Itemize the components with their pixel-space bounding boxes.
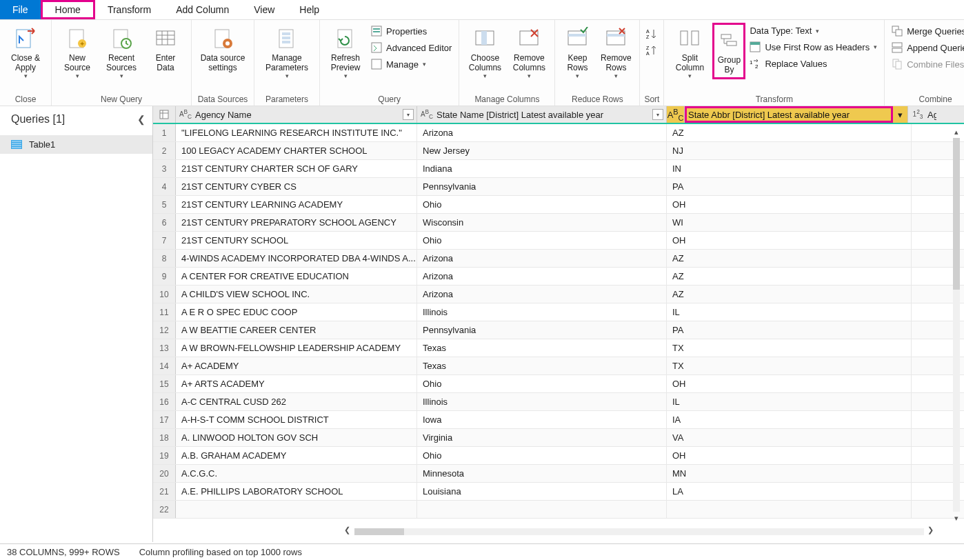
table-row[interactable]: 12A W BEATTIE CAREER CENTERPennsylvaniaP… (153, 321, 964, 339)
remove-columns-icon (517, 27, 541, 50)
data-type-button[interactable]: Data Type: Text (747, 24, 880, 37)
scroll-left-icon[interactable]: ❮ (341, 526, 353, 534)
cell-state-name: Pennsylvania (417, 178, 667, 195)
refresh-preview-button[interactable]: RefreshPreview (324, 23, 367, 82)
row-number: 13 (153, 339, 176, 357)
svg-text:Z: Z (646, 46, 650, 50)
manage-parameters-button[interactable]: ManageParameters (259, 23, 315, 82)
row-number: 17 (153, 411, 176, 428)
tab-help[interactable]: Help (287, 0, 332, 19)
table-row[interactable]: 14A+ ACADEMYTexasTX (153, 357, 964, 375)
cell-agency: 21ST CENTURY SCHOOL (176, 232, 417, 249)
select-all-button[interactable] (153, 106, 176, 123)
advanced-editor-button[interactable]: Advanced Editor (368, 41, 454, 54)
split-column-button[interactable]: SplitColumn (668, 23, 711, 82)
table-row[interactable]: 721ST CENTURY SCHOOLOhioOH (153, 232, 964, 250)
svg-rect-40 (750, 42, 760, 45)
column-header-agency-name[interactable]: ABC Agency Name ▾ (176, 106, 417, 123)
keep-rows-button[interactable]: KeepRows (559, 23, 595, 82)
cell-state-name: Texas (417, 357, 667, 374)
row-number: 6 (153, 214, 176, 231)
table-row[interactable]: 13A W BROWN-FELLOWSHIP LEADERSHIP ACADEM… (153, 339, 964, 357)
tab-add-column[interactable]: Add Column (163, 0, 241, 19)
svg-rect-36 (692, 31, 699, 45)
sort-desc-icon: ZA (645, 45, 656, 56)
column-header-state-name[interactable]: ABC State Name [District] Latest availab… (417, 106, 667, 123)
row-number: 4 (153, 178, 176, 195)
scroll-right-icon[interactable]: ❯ (924, 526, 936, 534)
table-row[interactable]: 2100 LEGACY ACADEMY CHARTER SCHOOLNew Je… (153, 142, 964, 160)
table-row[interactable]: 84-WINDS ACADEMY INCORPORATED DBA 4-WIND… (153, 250, 964, 268)
group-sort-label: Sort (644, 93, 659, 104)
column-header-next[interactable]: 123 Ag (908, 106, 939, 123)
properties-button[interactable]: Properties (368, 24, 454, 38)
collapse-queries-icon[interactable]: ❮ (137, 114, 145, 125)
enter-data-button[interactable]: EnterData (144, 23, 187, 75)
properties-icon (371, 26, 382, 37)
choose-columns-label: ChooseColumns (469, 53, 501, 72)
filter-dropdown-icon[interactable]: ▾ (898, 110, 903, 120)
combine-files-label: Combine Files (907, 59, 964, 70)
cell-agency: A CHILD'S VIEW SCHOOL INC. (176, 286, 417, 303)
horizontal-scrollbar[interactable]: ❮ ❯ (316, 526, 936, 538)
manage-label: Manage (386, 59, 419, 70)
remove-rows-button[interactable]: RemoveRows (596, 23, 635, 82)
vertical-scrollbar[interactable]: ▴ ▾ (950, 126, 963, 524)
query-item-table1[interactable]: Table1 (0, 135, 152, 154)
table-row[interactable]: 1"LIFELONG LEARNING RESEARCH INSTITUTE I… (153, 124, 964, 142)
scroll-down-icon[interactable]: ▾ (950, 512, 963, 524)
recent-sources-button[interactable]: RecentSources (100, 23, 143, 82)
table-row[interactable]: 21A.E. PHILLIPS LABORATORY SCHOOLLouisia… (153, 483, 964, 501)
choose-columns-button[interactable]: ChooseColumns (463, 23, 506, 82)
svg-rect-21 (373, 31, 380, 32)
row-number: 2 (153, 142, 176, 159)
svg-rect-49 (160, 110, 168, 119)
table-row[interactable]: 321ST CENTURY CHARTER SCH OF GARYIndiana… (153, 160, 964, 178)
table-row[interactable]: 18A. LINWOOD HOLTON GOV SCHVirginiaVA (153, 429, 964, 447)
combine-files-button[interactable]: Combine Files (889, 57, 964, 71)
data-source-settings-button[interactable]: Data sourcesettings (196, 23, 250, 75)
append-queries-button[interactable]: Append Queries (889, 41, 964, 54)
recent-sources-icon (110, 27, 133, 50)
table-row[interactable]: 621ST CENTURY PREPARATORY SCHOOL AGENCYW… (153, 214, 964, 232)
tab-home[interactable]: Home (41, 0, 95, 19)
query-item-label: Table1 (29, 139, 55, 150)
remove-columns-button[interactable]: RemoveColumns (508, 23, 550, 82)
table-row[interactable]: 10A CHILD'S VIEW SCHOOL INC.ArizonaAZ (153, 286, 964, 303)
new-source-icon: ✦ (66, 27, 89, 50)
new-source-button[interactable]: ✦ NewSource (56, 23, 99, 82)
tab-file[interactable]: File (0, 0, 41, 19)
table-row[interactable]: 20A.C.G.C.MinnesotaMN (153, 465, 964, 483)
close-apply-button[interactable]: Close &Apply (4, 23, 47, 82)
cell-state-name: Arizona (417, 268, 667, 285)
table-row[interactable]: 11A E R O SPEC EDUC COOPIllinoisIL (153, 303, 964, 321)
scroll-up-icon[interactable]: ▴ (950, 126, 963, 138)
ds-settings-label: Data sourcesettings (201, 53, 245, 72)
column-label: Agency Name (192, 110, 403, 120)
refresh-label: RefreshPreview (331, 53, 361, 72)
cell-state-abbr: TX (667, 357, 912, 374)
cell-state-name: Ohio (417, 447, 667, 464)
group-by-button[interactable]: GroupBy (712, 23, 745, 79)
table-row[interactable]: 15A+ ARTS ACADEMYOhioOH (153, 375, 964, 393)
merge-queries-button[interactable]: Merge Queries (889, 24, 964, 38)
first-row-headers-button[interactable]: Use First Row as Headers (747, 40, 880, 54)
advanced-editor-label: Advanced Editor (386, 43, 452, 53)
table-row[interactable]: 19A.B. GRAHAM ACADEMYOhioOH (153, 447, 964, 465)
cell-agency: 21ST CENTURY LEARNING ACADEMY (176, 196, 417, 213)
table-row[interactable]: 421ST CENTURY CYBER CSPennsylvaniaPA (153, 178, 964, 196)
sort-asc-button[interactable]: AZ (644, 27, 658, 41)
replace-values-button[interactable]: 12Replace Values (747, 57, 880, 70)
table-row[interactable]: 16A-C CENTRAL CUSD 262IllinoisIL (153, 393, 964, 411)
table-row[interactable]: 22 (153, 501, 964, 519)
table-row[interactable]: 9A CENTER FOR CREATIVE EDUCATIONArizonaA… (153, 268, 964, 286)
sort-desc-button[interactable]: ZA (644, 43, 658, 57)
filter-dropdown-icon[interactable]: ▾ (403, 109, 414, 120)
manage-button[interactable]: Manage (368, 57, 454, 71)
table-row[interactable]: 17A-H-S-T COMM SCHOOL DISTRICTIowaIA (153, 411, 964, 429)
tab-transform[interactable]: Transform (95, 0, 163, 19)
column-header-state-abbr[interactable]: State Abbr [District] Latest available y… (685, 106, 893, 123)
filter-dropdown-icon[interactable]: ▾ (652, 109, 663, 120)
tab-view[interactable]: View (241, 0, 287, 19)
table-row[interactable]: 521ST CENTURY LEARNING ACADEMYOhioOH (153, 196, 964, 214)
